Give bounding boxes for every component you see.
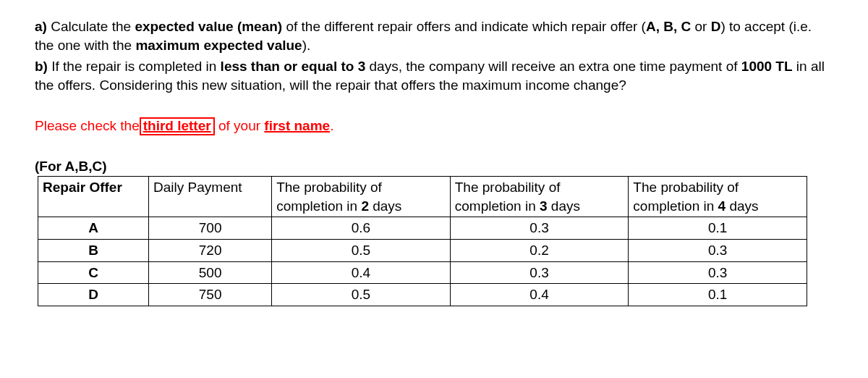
header-text: completion in [633,198,718,214]
text: of your [215,118,265,133]
header-text: Daily Payment [153,180,242,195]
part-b-label: b) [35,59,48,74]
cell-p4: 0.1 [629,217,807,240]
text: days, the company will receive an extra … [365,59,741,74]
cell-offer: C [38,261,149,284]
cell-payment: 500 [149,261,272,284]
header-text: completion in [455,198,540,214]
table-row: C 500 0.4 0.3 0.3 [38,261,807,284]
text: of the different repair offers and indic… [282,19,646,34]
cell-p2: 0.4 [272,261,451,284]
header-text: The probability of [455,178,624,197]
text: ). [302,38,311,53]
cell-payment: 720 [149,240,272,262]
text-bold: D [711,19,721,34]
header-text: The probability of [633,178,802,197]
underlined-text: first name [264,118,330,133]
header-text: completion in [276,198,361,214]
table-header-row: Repair Offer Daily Payment The probabili… [38,177,807,217]
text-bold: maximum expected value [135,38,302,53]
table-row: A 700 0.6 0.3 0.1 [38,217,807,240]
table-row: D 750 0.5 0.4 0.1 [38,284,807,306]
text: . [330,118,333,133]
question-part-b: b) If the repair is completed in less th… [35,57,833,94]
header-text: 3 [540,198,548,214]
cell-offer: D [38,284,149,306]
text-bold: A, B, C [646,19,691,34]
question-part-a: a) Calculate the expected value (mean) o… [35,17,833,54]
cell-p4: 0.1 [629,284,807,306]
text-bold: less than or equal to 3 [221,59,366,74]
text: If the repair is completed in [48,59,221,74]
header-text: Repair Offer [43,180,122,195]
part-a-label: a) [35,19,47,34]
text: or [691,19,710,34]
header-text: The probability of [276,178,446,197]
header-text: days [726,198,758,214]
cell-p4: 0.3 [629,261,807,284]
text-bold: expected value (mean) [135,19,282,34]
cell-p2: 0.5 [272,240,451,262]
cell-p3: 0.4 [450,284,629,306]
cell-p3: 0.3 [450,217,629,240]
table-row: B 720 0.5 0.2 0.3 [38,240,807,262]
cell-offer: A [38,217,149,240]
header-payment: Daily Payment [149,177,272,217]
header-text: days [369,198,401,214]
header-text: 2 [361,198,369,214]
header-text: 4 [718,198,726,214]
cell-payment: 750 [149,284,272,306]
table-label: (For A,B,C) [35,157,833,176]
header-p4: The probability of completion in 4 days [629,177,807,217]
boxed-text: third letter [140,117,215,136]
cell-offer: B [38,240,149,262]
cell-p3: 0.3 [450,261,629,284]
header-p3: The probability of completion in 3 days [450,177,629,217]
cell-p2: 0.6 [272,217,451,240]
header-text: days [548,198,580,214]
instruction-line: Please check the third letter of your fi… [35,117,833,136]
repair-offer-table: Repair Offer Daily Payment The probabili… [38,176,807,306]
cell-payment: 700 [149,217,272,240]
text: Please check the [35,118,140,133]
cell-p3: 0.2 [450,240,629,262]
header-p2: The probability of completion in 2 days [272,177,451,217]
text-bold: 1000 TL [741,59,793,74]
cell-p4: 0.3 [629,240,807,262]
cell-p2: 0.5 [272,284,451,306]
text: Calculate the [47,19,135,34]
header-offer: Repair Offer [38,177,149,217]
